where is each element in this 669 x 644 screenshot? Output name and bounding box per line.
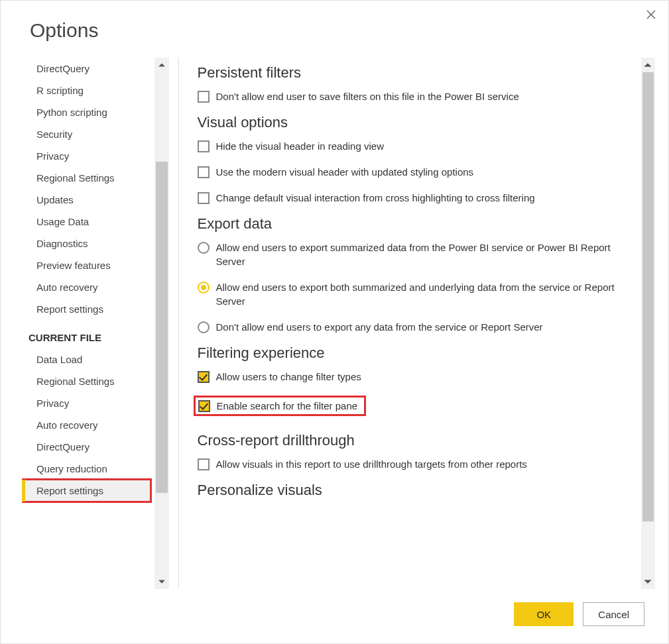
- sidebar-content: DirectQuery R scripting Python scripting…: [22, 58, 154, 589]
- checkbox-cross-report-drillthrough[interactable]: Allow visuals in this report to use dril…: [198, 456, 632, 472]
- section-title-cross-report-drillthrough: Cross-report drillthrough: [198, 432, 632, 449]
- main-scroll-track[interactable]: [641, 72, 655, 574]
- sidebar-scroll-down[interactable]: [154, 574, 169, 589]
- sidebar-item-updates[interactable]: Updates: [22, 189, 151, 211]
- sidebar-item-cf-directquery[interactable]: DirectQuery: [22, 436, 151, 458]
- section-title-filtering-experience: Filtering experience: [198, 345, 632, 362]
- checkbox-allow-change-filter-types[interactable]: Allow users to change filter types: [198, 368, 632, 385]
- checkbox-modern-visual-header[interactable]: Use the modern visual header with update…: [198, 164, 632, 180]
- radio-icon: [198, 321, 210, 333]
- sidebar-item-diagnostics[interactable]: Diagnostics: [22, 233, 151, 254]
- sidebar-item-security[interactable]: Security: [22, 123, 151, 145]
- sidebar-scroll-up[interactable]: [154, 58, 169, 72]
- main-scroll-up[interactable]: [641, 58, 655, 72]
- section-title-visual-options: Visual options: [198, 114, 632, 131]
- main-scroll-thumb[interactable]: [642, 72, 654, 521]
- checkbox-hide-visual-header[interactable]: Hide the visual header in reading view: [198, 138, 632, 154]
- main-panel: Persistent filters Don't allow end user …: [187, 58, 641, 589]
- checkbox-icon: [198, 166, 210, 178]
- main-scrollbar[interactable]: [641, 58, 655, 589]
- radio-icon: [198, 242, 210, 254]
- sidebar-item-report-settings[interactable]: Report settings: [22, 298, 151, 320]
- option-label: Allow visuals in this report to use dril…: [216, 457, 629, 471]
- sidebar-scroll-track[interactable]: [154, 72, 169, 574]
- dialog-body: DirectQuery R scripting Python scripting…: [1, 58, 668, 589]
- checkbox-icon: [198, 192, 210, 204]
- vertical-divider: [178, 58, 179, 589]
- chevron-up-icon: [643, 60, 652, 70]
- main-scroll-down[interactable]: [641, 574, 655, 589]
- sidebar-item-cf-auto-recovery[interactable]: Auto recovery: [22, 414, 151, 436]
- section-title-personalize-visuals: Personalize visuals: [198, 482, 632, 499]
- radio-export-both[interactable]: Allow end users to export both summarize…: [198, 279, 632, 309]
- checkbox-cross-filtering[interactable]: Change default visual interaction from c…: [198, 189, 632, 206]
- radio-export-summarized[interactable]: Allow end users to export summarized dat…: [198, 239, 632, 270]
- dialog-footer: OK Cancel: [1, 589, 668, 643]
- sidebar-item-python-scripting[interactable]: Python scripting: [22, 101, 151, 123]
- sidebar-item-cf-regional-settings[interactable]: Regional Settings: [22, 370, 151, 392]
- checkbox-persistent-filters[interactable]: Don't allow end user to save filters on …: [198, 88, 632, 105]
- section-title-export-data: Export data: [198, 215, 632, 233]
- sidebar-item-cf-query-reduction[interactable]: Query reduction: [22, 458, 151, 480]
- radio-export-none[interactable]: Don't allow end users to export any data…: [198, 319, 632, 335]
- sidebar-item-preview-features[interactable]: Preview features: [22, 254, 151, 276]
- checkbox-icon: [198, 140, 210, 152]
- options-dialog: Options DirectQuery R scripting Python s…: [0, 0, 669, 644]
- sidebar-item-cf-data-load[interactable]: Data Load: [22, 349, 151, 370]
- checkbox-icon: [198, 458, 210, 470]
- option-label: Allow end users to export summarized dat…: [216, 241, 629, 268]
- sidebar: DirectQuery R scripting Python scripting…: [22, 58, 169, 589]
- option-label: Allow end users to export both summarize…: [216, 280, 629, 308]
- option-label: Enable search for the filter pane: [217, 399, 358, 413]
- checkbox-checked-icon: [198, 400, 210, 412]
- option-label: Use the modern visual header with update…: [216, 165, 629, 179]
- dialog-title: Options: [30, 19, 668, 42]
- option-label: Allow users to change filter types: [216, 370, 629, 384]
- chevron-down-icon: [158, 578, 166, 586]
- sidebar-item-regional-settings[interactable]: Regional Settings: [22, 167, 151, 189]
- sidebar-item-usage-data[interactable]: Usage Data: [22, 211, 151, 233]
- sidebar-item-r-scripting[interactable]: R scripting: [22, 80, 151, 101]
- option-label: Don't allow end user to save filters on …: [216, 89, 629, 103]
- option-label: Don't allow end users to export any data…: [216, 320, 629, 334]
- option-label: Change default visual interaction from c…: [216, 191, 629, 205]
- sidebar-scrollbar[interactable]: [154, 58, 169, 589]
- close-icon: [646, 10, 656, 19]
- section-title-persistent-filters: Persistent filters: [198, 64, 632, 81]
- sidebar-item-privacy[interactable]: Privacy: [22, 145, 151, 167]
- sidebar-item-directquery[interactable]: DirectQuery: [22, 58, 151, 80]
- chevron-down-icon: [643, 577, 652, 586]
- main-panel-wrapper: Persistent filters Don't allow end user …: [187, 58, 656, 589]
- option-label: Hide the visual header in reading view: [216, 139, 629, 153]
- sidebar-item-auto-recovery[interactable]: Auto recovery: [22, 276, 151, 298]
- sidebar-item-cf-privacy[interactable]: Privacy: [22, 392, 151, 414]
- checkbox-icon: [198, 91, 210, 103]
- close-button[interactable]: [643, 7, 659, 23]
- checkbox-checked-icon: [198, 371, 210, 383]
- chevron-up-icon: [158, 61, 166, 69]
- sidebar-scroll-thumb[interactable]: [156, 162, 168, 493]
- sidebar-item-cf-report-settings[interactable]: Report settings: [22, 480, 151, 502]
- radio-selected-icon: [198, 282, 210, 294]
- checkbox-enable-search-filter-pane[interactable]: Enable search for the filter pane: [194, 396, 367, 416]
- ok-button[interactable]: OK: [514, 602, 574, 626]
- sidebar-section-current-file: CURRENT FILE: [22, 320, 151, 349]
- cancel-button[interactable]: Cancel: [583, 602, 644, 626]
